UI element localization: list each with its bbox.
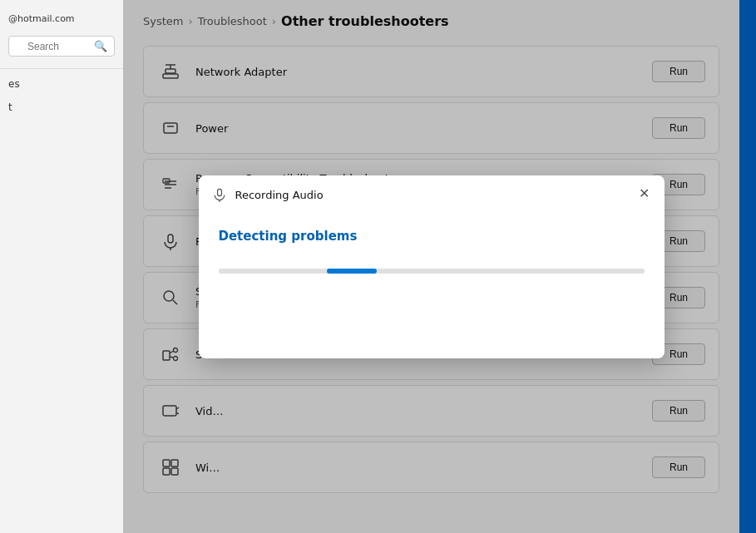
modal-title: Recording Audio (235, 189, 324, 201)
modal-dialog: Recording Audio ✕ Detecting problems (199, 175, 665, 358)
modal-overlay: Recording Audio ✕ Detecting problems (123, 0, 739, 533)
modal-close-button[interactable]: ✕ (635, 184, 655, 204)
search-icon: 🔍 (94, 40, 107, 52)
sidebar-divider (0, 68, 123, 69)
progress-thumb (327, 269, 377, 274)
progress-bar-bg (219, 269, 645, 274)
sidebar-item-t[interactable]: t (0, 96, 123, 119)
sidebar-search-box[interactable]: 🔍 (8, 36, 115, 57)
svg-rect-26 (217, 189, 221, 195)
modal-title-icon (212, 187, 229, 204)
modal-header: Recording Audio ✕ (199, 175, 665, 212)
modal-body: Detecting problems (199, 212, 665, 304)
right-bar (739, 0, 756, 533)
search-input[interactable] (27, 41, 94, 52)
modal-detecting-text: Detecting problems (219, 229, 645, 244)
sidebar: @hotmail.com 🔍 es t (0, 0, 123, 533)
main-content: System › Troubleshoot › Other troublesho… (123, 0, 739, 533)
progress-track (219, 269, 645, 274)
sidebar-item-es[interactable]: es (0, 72, 123, 96)
sidebar-email: @hotmail.com (0, 8, 123, 32)
